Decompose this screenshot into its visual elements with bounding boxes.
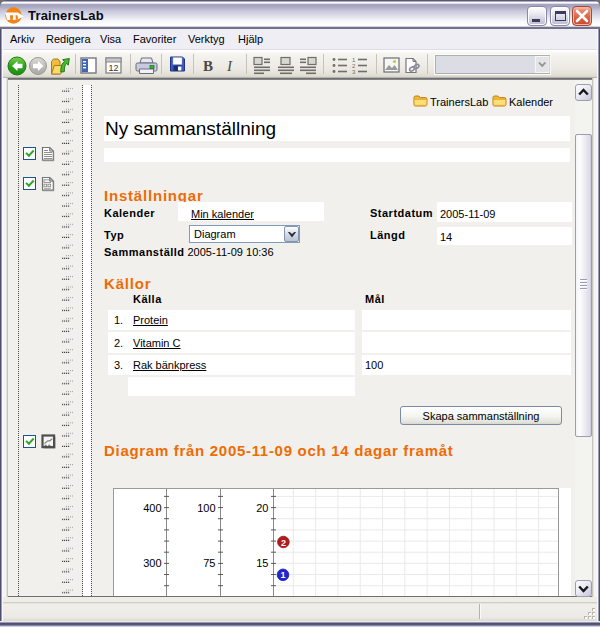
svg-text:100: 100 — [197, 502, 215, 514]
svg-text:20: 20 — [256, 502, 268, 514]
svg-text:300: 300 — [143, 557, 161, 569]
svg-text:3: 3 — [352, 69, 356, 75]
svg-text:400: 400 — [143, 502, 161, 514]
svg-text:2: 2 — [281, 538, 286, 548]
svg-text:75: 75 — [203, 557, 215, 569]
svg-text:12: 12 — [108, 63, 118, 73]
svg-text:15: 15 — [256, 557, 268, 569]
svg-text:B: B — [203, 58, 213, 74]
svg-text:1: 1 — [280, 570, 285, 580]
svg-text:I: I — [226, 58, 233, 74]
